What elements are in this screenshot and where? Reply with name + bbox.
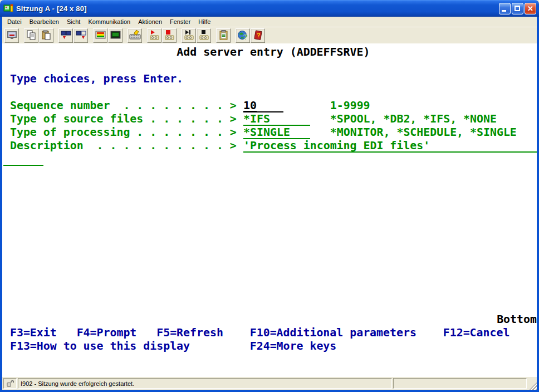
choices-sequence-number: 1-9999 xyxy=(330,99,370,112)
terminal-row-21: Bottom xyxy=(2,313,537,326)
terminal-row-9 xyxy=(2,153,537,166)
web-support-button[interactable]: ? xyxy=(236,28,250,43)
clipboard-icon xyxy=(218,30,229,41)
terminal-row-7: Type of processing . . . . . . . >*SINGL… xyxy=(2,126,537,139)
text-cursor xyxy=(243,111,257,112)
print-screen-icon xyxy=(6,30,18,41)
record-macro-icon xyxy=(149,30,160,41)
terminal-row-3: Type choices, press Enter. xyxy=(2,72,537,86)
print-screen-button[interactable] xyxy=(4,28,19,43)
menu-item-sicht[interactable]: Sicht xyxy=(63,17,84,26)
web-support-icon: ? xyxy=(237,30,249,41)
resize-grip[interactable] xyxy=(529,382,537,390)
function-keys-line-1: F3=Exit F4=Prompt F5=Refresh F10=Additio… xyxy=(10,326,509,340)
menubar: Datei Bearbeiten Sicht Kommunikation Akt… xyxy=(2,17,537,27)
field-sequence-number-blank[interactable] xyxy=(257,99,283,112)
paste-icon xyxy=(41,30,52,41)
clipboard-button[interactable] xyxy=(216,28,231,43)
menu-item-hilfe[interactable]: Hilfe xyxy=(194,17,214,26)
connection-status-panel xyxy=(3,378,17,389)
send-file-button[interactable] xyxy=(58,28,73,43)
titlebar[interactable]: Sitzung A - [24 x 80] ✕ xyxy=(0,0,539,17)
field-processing[interactable]: *SINGLE xyxy=(243,126,310,139)
svg-text:?: ? xyxy=(257,32,261,38)
status-extra-panel xyxy=(393,378,527,389)
terminal-row-23: F13=How to use this display F24=More key… xyxy=(2,340,537,353)
display-setup-icon xyxy=(95,30,106,41)
receive-file-button[interactable] xyxy=(74,28,88,43)
toolbar: ? ? xyxy=(2,27,537,43)
color-map-icon xyxy=(110,30,121,41)
field-description[interactable]: 'Process incoming EDI files' xyxy=(243,139,537,153)
label-source-files: Type of source files . . . . . . > xyxy=(10,112,237,126)
minimize-icon xyxy=(502,10,506,12)
terminal-row-5: Sequence number . . . . . . . . >10 1-99… xyxy=(2,99,537,112)
screen-instruction: Type choices, press Enter. xyxy=(10,72,183,86)
close-icon: ✕ xyxy=(525,3,536,14)
terminal-row-1: Add server entry (ADDEFFSRVE) xyxy=(2,46,537,59)
emulator-window: Sitzung A - [24 x 80] ✕ Datei Bearbeiten… xyxy=(0,0,539,392)
menu-item-fenster[interactable]: Fenster xyxy=(166,17,194,26)
window-frame: Datei Bearbeiten Sicht Kommunikation Akt… xyxy=(0,17,539,392)
choices-source-files: *SPOOL, *DB2, *IFS, *NONE xyxy=(330,112,497,126)
bottom-indicator: Bottom xyxy=(497,313,537,326)
session-app-icon xyxy=(3,3,13,13)
stop-macro-icon xyxy=(164,30,175,41)
menu-item-datei[interactable]: Datei xyxy=(3,17,26,26)
statusbar: I902 - Sitzung wurde erfolgreich gestart… xyxy=(2,377,537,390)
close-button[interactable]: ✕ xyxy=(525,3,536,14)
terminal-row-8: Description . . . . . . . . . . >'Proces… xyxy=(2,139,537,153)
screen-title: Add server entry (ADDEFFSRVE) xyxy=(177,46,370,59)
record-macro-button[interactable] xyxy=(147,28,161,43)
help-button[interactable]: ? xyxy=(251,28,265,43)
menu-item-aktionen[interactable]: Aktionen xyxy=(134,17,166,26)
field-description-continuation[interactable] xyxy=(3,153,43,166)
function-keys-line-2: F13=How to use this display F24=More key… xyxy=(10,340,336,353)
play-macro-button[interactable] xyxy=(182,28,196,43)
minimize-button[interactable] xyxy=(499,3,511,14)
menu-item-kommunikation[interactable]: Kommunikation xyxy=(84,17,134,26)
stop-macro-button[interactable] xyxy=(162,28,177,43)
label-processing: Type of processing . . . . . . . > xyxy=(10,126,237,139)
receive-file-icon xyxy=(75,30,87,41)
send-file-icon xyxy=(60,30,72,41)
paste-button[interactable] xyxy=(39,28,53,43)
svg-text:?: ? xyxy=(243,33,248,41)
step-macro-button[interactable] xyxy=(197,28,211,43)
help-icon: ? xyxy=(252,30,264,41)
connection-unlocked-icon xyxy=(7,380,14,387)
field-source-files[interactable]: *IFS xyxy=(243,112,310,126)
window-title: Sitzung A - [24 x 80] xyxy=(16,4,498,13)
status-message: I902 - Sitzung wurde erfolgreich gestart… xyxy=(21,380,134,387)
play-macro-icon xyxy=(183,30,195,41)
terminal-screen[interactable]: Add server entry (ADDEFFSRVE)Type choice… xyxy=(2,43,537,377)
status-message-panel: I902 - Sitzung wurde erfolgreich gestart… xyxy=(18,378,392,389)
keyboard-setup-button[interactable] xyxy=(128,28,142,43)
menu-item-bearbeiten[interactable]: Bearbeiten xyxy=(26,17,63,26)
maximize-icon xyxy=(514,6,520,11)
maximize-button[interactable] xyxy=(512,3,523,14)
label-description: Description . . . . . . . . . . > xyxy=(10,139,237,153)
copy-icon xyxy=(26,30,37,41)
step-macro-icon xyxy=(198,30,210,41)
label-sequence-number: Sequence number . . . . . . . . > xyxy=(10,99,237,112)
choices-processing: *MONITOR, *SCHEDULE, *SINGLE xyxy=(330,126,517,139)
color-map-button[interactable] xyxy=(108,28,122,43)
copy-button[interactable] xyxy=(24,28,38,43)
keyboard-setup-icon xyxy=(129,30,141,41)
terminal-row-6: Type of source files . . . . . . >*IFS *… xyxy=(2,112,537,126)
terminal-row-22: F3=Exit F4=Prompt F5=Refresh F10=Additio… xyxy=(2,326,537,340)
display-setup-button[interactable] xyxy=(93,28,107,43)
